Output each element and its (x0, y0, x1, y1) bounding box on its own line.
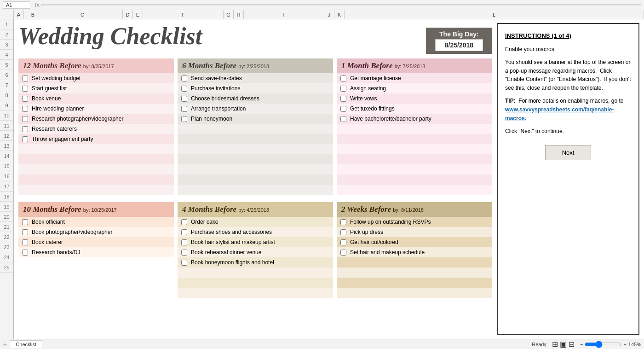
checkbox[interactable] (340, 86, 346, 92)
list-item[interactable]: Arrange transportation (178, 104, 333, 114)
checkbox[interactable] (22, 239, 28, 245)
ten-months-header: 10 Months Before by: 10/25/2017 (18, 202, 174, 217)
list-item[interactable]: Get hair cut/colored (337, 237, 492, 247)
list-item[interactable]: Send save-the-dates (178, 73, 333, 83)
checkbox[interactable] (340, 219, 346, 225)
big-day-date: 8/25/2018 (435, 39, 483, 51)
list-item[interactable]: Research bands/DJ (18, 247, 174, 257)
list-item[interactable]: Choose bridesmaid dresses (178, 93, 333, 104)
zoom-minus-icon[interactable]: − (580, 342, 583, 347)
four-months-section: 4 Months Before by: 4/25/2018 Order cake (178, 198, 333, 298)
list-item[interactable]: Hire wedding planner (18, 104, 174, 114)
checkbox[interactable] (22, 229, 28, 235)
checkbox[interactable] (22, 106, 28, 112)
two-weeks-items: Follow up on outstanding RSVPs Pick up d… (337, 217, 492, 298)
list-item[interactable]: Book hair stylist and makeup artist (178, 237, 333, 247)
add-sheet-icon[interactable]: + (3, 340, 7, 349)
checkbox[interactable] (22, 126, 28, 132)
list-item[interactable]: Book venue (18, 93, 174, 104)
checkbox[interactable] (22, 116, 28, 122)
checkbox[interactable] (340, 239, 346, 245)
checkbox[interactable] (340, 250, 346, 256)
formula-bar: A1 fx (0, 0, 644, 10)
checkbox[interactable] (181, 106, 187, 112)
checkbox[interactable] (181, 76, 187, 81)
checkbox[interactable] (22, 96, 28, 102)
zoom-slider[interactable] (585, 341, 621, 348)
title-row: Wedding Checklist The Big Day: 8/25/2018 (18, 23, 492, 54)
checkbox[interactable] (181, 260, 187, 266)
list-item[interactable]: Set hair and makeup schedule (337, 247, 492, 257)
big-day-label: The Big Day: (439, 30, 479, 38)
list-item[interactable]: Purchase invitations (178, 83, 333, 93)
list-item[interactable]: Purchase shoes and accessories (178, 227, 333, 237)
list-item[interactable]: Get marriage license (337, 73, 492, 83)
list-item[interactable]: Research photographer/videographer (18, 114, 174, 124)
twelve-months-header: 12 Months Before by: 8/25/2017 (18, 58, 174, 73)
empty-row (337, 278, 492, 288)
empty-row (18, 144, 174, 154)
list-item[interactable]: Book caterer (18, 237, 174, 247)
checkbox[interactable] (22, 136, 28, 142)
checkbox[interactable] (181, 219, 187, 225)
empty-row (18, 154, 174, 164)
page-break-icon[interactable]: ⊟ (569, 340, 575, 349)
list-item[interactable]: Start guest list (18, 83, 174, 93)
zoom-plus-icon[interactable]: + (623, 342, 626, 347)
page-view-icon[interactable]: ▣ (560, 340, 567, 349)
checkbox[interactable] (340, 76, 346, 81)
bottom-bar: + Checklist Ready ⊞ ▣ ⊟ − + 145% (0, 339, 644, 349)
list-item[interactable]: Throw engagement party (18, 134, 174, 144)
empty-row (337, 257, 492, 268)
checkbox[interactable] (22, 219, 28, 225)
empty-row (337, 174, 492, 185)
checkbox[interactable] (181, 250, 187, 256)
next-button[interactable]: Next (545, 145, 592, 160)
grid-view-icon[interactable]: ⊞ (552, 340, 558, 349)
empty-row (178, 134, 333, 144)
upper-sections: 12 Months Before by: 8/25/2017 Set weddi… (18, 58, 492, 195)
list-item[interactable]: Book officiant (18, 217, 174, 227)
empty-row (178, 164, 333, 174)
list-item[interactable]: Book photographer/videographer (18, 227, 174, 237)
list-item[interactable]: Book rehearsal dinner venue (178, 247, 333, 257)
checkbox[interactable] (181, 96, 187, 102)
list-item[interactable]: Set wedding budget (18, 73, 174, 83)
two-weeks-section: 2 Weeks Before by: 8/11/2018 Follow up o… (337, 198, 492, 298)
empty-row (337, 144, 492, 154)
checkbox[interactable] (181, 229, 187, 235)
six-months-header: 6 Months Before by: 2/25/2018 (178, 58, 333, 73)
main-grid-area: 1 2 3 4 5 6 7 8 9 10 11 12 13 14 15 16 1… (0, 19, 644, 339)
list-item[interactable]: Book honeymoon flights and hotel (178, 257, 333, 268)
instructions-panel: INSTRUCTIONS (1 of 4) Enable your macros… (497, 23, 639, 335)
checkbox[interactable] (181, 116, 187, 122)
list-item[interactable]: Assign seating (337, 83, 492, 93)
checkbox[interactable] (22, 250, 28, 256)
list-item[interactable]: Plan honeymoon (178, 114, 333, 124)
checkbox[interactable] (340, 96, 346, 102)
list-item[interactable]: Follow up on outstanding RSVPs (337, 217, 492, 227)
four-months-header: 4 Months Before by: 4/25/2018 (178, 202, 333, 217)
list-item[interactable]: Have bachelorette/bachelor party (337, 114, 492, 124)
checkbox[interactable] (340, 106, 346, 112)
four-months-items: Order cake Purchase shoes and accessorie… (178, 217, 333, 298)
list-item[interactable]: Order cake (178, 217, 333, 227)
checkbox[interactable] (22, 76, 28, 81)
corner-header (0, 10, 14, 19)
instructions-step-1: Enable your macros. (505, 45, 631, 54)
checklist-tab[interactable]: Checklist (10, 340, 42, 348)
six-months-items: Send save-the-dates Purchase invitations… (178, 73, 333, 195)
list-item[interactable]: Write vows (337, 93, 492, 104)
spreadsheet-app: A1 fx A B C D E F G H I J K L 1 2 3 4 5 … (0, 0, 644, 349)
checkbox[interactable] (340, 229, 346, 235)
checkbox[interactable] (181, 86, 187, 92)
checkbox[interactable] (22, 86, 28, 92)
sheet-tabs: + Checklist (3, 340, 44, 349)
list-item[interactable]: Research caterers (18, 124, 174, 134)
list-item[interactable]: Get tuxedo fittings (337, 104, 492, 114)
list-item[interactable]: Pick up dress (337, 227, 492, 237)
sheet-content: Wedding Checklist The Big Day: 8/25/2018 (14, 19, 644, 339)
one-month-section: 1 Month Before by: 7/25/2018 Get marriag… (337, 58, 492, 195)
checkbox[interactable] (181, 239, 187, 245)
checkbox[interactable] (340, 116, 346, 122)
